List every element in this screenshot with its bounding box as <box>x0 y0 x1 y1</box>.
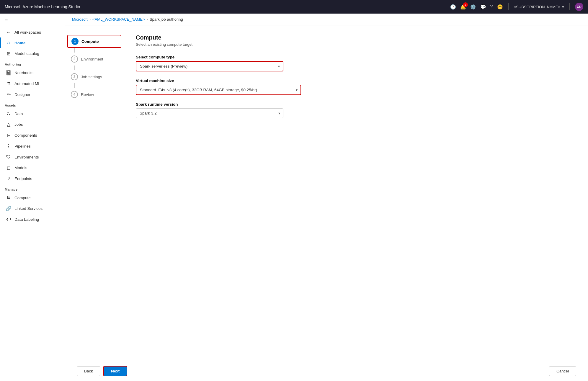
sidebar-item-data-labeling[interactable]: 🏷 Data Labeling <box>0 214 65 225</box>
sidebar-item-notebooks[interactable]: 📓 Notebooks <box>0 67 65 78</box>
subscription-selector[interactable]: <SUBSCRIPTION_NAME> ▾ <box>514 5 564 9</box>
endpoints-icon: ↗ <box>6 176 12 181</box>
wizard-connector-1 <box>74 48 75 53</box>
subscription-name: <SUBSCRIPTION_NAME> <box>514 5 561 9</box>
wizard-step-3-circle: 3 <box>71 73 78 80</box>
help-icon[interactable]: ? <box>490 4 493 9</box>
feedback-icon[interactable]: 💬 <box>480 4 486 10</box>
settings-icon[interactable]: ⚙️ <box>470 4 476 10</box>
back-icon: ← <box>6 30 12 35</box>
topbar-icons: 🕐 🔔 2 ⚙️ 💬 ? 😊 <SUBSCRIPTION_NAME> ▾ CU <box>450 3 583 11</box>
wizard-step-3[interactable]: 3 Job settings <box>65 70 124 83</box>
sidebar-item-components[interactable]: ⊟ Components <box>0 130 65 141</box>
subscription-chevron: ▾ <box>562 5 564 9</box>
wizard-step-4-circle: 4 <box>71 91 78 98</box>
sidebar-automated-ml-label: Automated ML <box>14 81 40 86</box>
user-icon[interactable]: 😊 <box>497 4 503 10</box>
wizard-step-2-circle: 2 <box>71 55 78 63</box>
main-layout: ≡ ← All workspaces ⌂ Home ⊞ Model catalo… <box>0 14 588 381</box>
sidebar-endpoints-label: Endpoints <box>14 176 32 181</box>
topbar-divider <box>508 3 509 10</box>
action-bar: Back Next Cancel <box>65 361 588 381</box>
sidebar-item-home[interactable]: ⌂ Home <box>0 37 65 48</box>
pipelines-icon: ⋮ <box>6 143 12 149</box>
sidebar-item-models[interactable]: ◻ Models <box>0 162 65 173</box>
form-subtitle: Select an existing compute target <box>136 42 576 47</box>
sidebar-item-pipelines[interactable]: ⋮ Pipelines <box>0 141 65 152</box>
wizard-step-2-label: Environment <box>81 57 103 61</box>
sidebar-compute-label: Compute <box>14 196 31 200</box>
authoring-section-label: Authoring <box>0 59 65 67</box>
avatar[interactable]: CU <box>575 3 583 11</box>
sidebar-item-data[interactable]: 🗂 Data <box>0 108 65 119</box>
app-title: Microsoft Azure Machine Learning Studio <box>5 4 447 9</box>
wizard-step-4-label: Review <box>81 92 94 97</box>
topbar: Microsoft Azure Machine Learning Studio … <box>0 0 588 14</box>
breadcrumb: Microsoft › <AML_WORKSPACE_NAME> › Spark… <box>65 14 588 25</box>
breadcrumb-current: Spark job authoring <box>150 17 183 22</box>
content-area: Microsoft › <AML_WORKSPACE_NAME> › Spark… <box>65 14 588 381</box>
sidebar-item-model-catalog[interactable]: ⊞ Model catalog <box>0 48 65 59</box>
manage-section-label: Manage <box>0 184 65 192</box>
linked-services-icon: 🔗 <box>6 206 12 211</box>
spark-version-select-wrapper: Spark 3.2 ▾ <box>136 108 283 118</box>
home-icon: ⌂ <box>6 40 12 45</box>
vm-size-select[interactable]: Standard_E4s_v3 (4 core(s), 32GB RAM, 64… <box>136 85 300 94</box>
hamburger-menu[interactable]: ≡ <box>0 14 65 27</box>
sidebar-models-label: Models <box>14 166 27 170</box>
sidebar-data-label: Data <box>14 112 23 116</box>
compute-sidebar-icon: 🖥 <box>6 195 12 200</box>
wizard-step-4[interactable]: 4 Review <box>65 88 124 101</box>
sidebar-item-jobs[interactable]: △ Jobs <box>0 119 65 130</box>
compute-type-select[interactable]: Spark serverless (Preview) <box>136 62 283 71</box>
sidebar-item-endpoints[interactable]: ↗ Endpoints <box>0 173 65 184</box>
vm-size-field: Virtual machine size Standard_E4s_v3 (4 … <box>136 79 576 95</box>
sidebar-item-environments[interactable]: 🛡 Environments <box>0 152 65 162</box>
sidebar-linked-services-label: Linked Services <box>14 206 43 211</box>
sidebar-jobs-label: Jobs <box>14 122 23 127</box>
data-icon: 🗂 <box>6 111 12 116</box>
form-title: Compute <box>136 34 576 41</box>
topbar-divider2 <box>569 3 570 10</box>
notifications-icon[interactable]: 🔔 2 <box>460 4 466 10</box>
back-button[interactable]: Back <box>77 366 100 376</box>
sidebar-item-compute[interactable]: 🖥 Compute <box>0 192 65 203</box>
sidebar-back[interactable]: ← All workspaces <box>0 27 65 37</box>
wizard-step-3-label: Job settings <box>81 75 102 79</box>
jobs-icon: △ <box>6 122 12 127</box>
model-catalog-icon: ⊞ <box>6 51 12 56</box>
vm-size-label: Virtual machine size <box>136 79 576 83</box>
wizard-step-1-circle: 1 <box>71 38 79 45</box>
history-icon[interactable]: 🕐 <box>450 4 456 10</box>
assets-section-label: Assets <box>0 100 65 108</box>
models-icon: ◻ <box>6 165 12 171</box>
wizard-step-1[interactable]: 1 Compute <box>67 35 121 48</box>
sidebar-data-labeling-label: Data Labeling <box>14 217 39 222</box>
wizard-connector-2 <box>74 66 75 70</box>
compute-type-label: Select compute type <box>136 55 576 59</box>
notebooks-icon: 📓 <box>6 70 12 76</box>
wizard-layout: 1 Compute 2 Environment 3 Job settings 4… <box>65 25 588 361</box>
sidebar-item-designer[interactable]: ✏ Designer <box>0 89 65 100</box>
components-icon: ⊟ <box>6 133 12 138</box>
sidebar-model-catalog-label: Model catalog <box>14 51 39 56</box>
wizard-step-2[interactable]: 2 Environment <box>65 53 124 66</box>
spark-version-select[interactable]: Spark 3.2 <box>136 109 283 118</box>
wizard-connector-3 <box>74 83 75 88</box>
sidebar: ≡ ← All workspaces ⌂ Home ⊞ Model catalo… <box>0 14 65 381</box>
spark-version-field: Spark runtime version Spark 3.2 ▾ <box>136 102 576 118</box>
cancel-button[interactable]: Cancel <box>549 366 576 376</box>
sidebar-item-linked-services[interactable]: 🔗 Linked Services <box>0 203 65 214</box>
breadcrumb-microsoft[interactable]: Microsoft <box>72 17 88 22</box>
compute-type-field: Select compute type Spark serverless (Pr… <box>136 55 576 71</box>
breadcrumb-workspace[interactable]: <AML_WORKSPACE_NAME> <box>92 17 145 22</box>
vm-size-select-wrapper: Standard_E4s_v3 (4 core(s), 32GB RAM, 64… <box>136 85 301 95</box>
form-panel: Compute Select an existing compute targe… <box>124 25 588 361</box>
next-button[interactable]: Next <box>103 366 127 376</box>
sidebar-designer-label: Designer <box>14 92 30 97</box>
spark-version-label: Spark runtime version <box>136 102 576 107</box>
environments-icon: 🛡 <box>6 154 12 160</box>
wizard-steps: 1 Compute 2 Environment 3 Job settings 4… <box>65 25 124 361</box>
data-labeling-icon: 🏷 <box>6 217 12 222</box>
sidebar-item-automated-ml[interactable]: ⚗ Automated ML <box>0 78 65 89</box>
